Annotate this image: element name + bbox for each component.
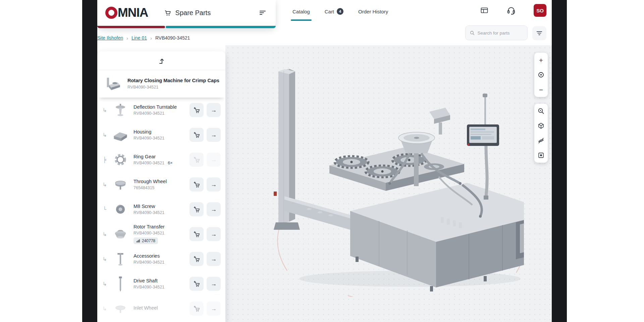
catalog-type-selector[interactable]: Spare Parts <box>164 9 211 17</box>
tab-catalog-label: Catalog <box>292 9 310 14</box>
selector-menu-icon[interactable] <box>258 8 267 17</box>
center-target-icon <box>537 71 545 78</box>
open-part-button[interactable]: → <box>207 153 221 167</box>
tree-branch-icon: ↳ <box>101 281 108 287</box>
part-row[interactable]: ↳ Through Wheel 765484315 → <box>97 172 225 197</box>
open-part-button[interactable]: → <box>207 227 221 241</box>
add-to-cart-button[interactable] <box>190 302 204 316</box>
open-part-button[interactable]: → <box>207 277 221 291</box>
navigate-up-button[interactable] <box>97 51 225 70</box>
part-name: Accessories <box>133 253 186 259</box>
add-to-cart-button[interactable] <box>190 103 204 117</box>
inspect-button[interactable] <box>534 104 548 118</box>
part-row[interactable]: ↳ Deflection Turntable RVB4090-34521 → <box>97 98 225 122</box>
section-box-button[interactable] <box>534 148 548 163</box>
open-part-button[interactable]: → <box>207 252 221 266</box>
part-row[interactable]: ↳ Accessories RVB4090-34521 → <box>97 247 225 271</box>
tab-catalog[interactable]: Catalog <box>292 8 310 16</box>
center-view-button[interactable] <box>534 67 548 82</box>
part-row[interactable]: ↳ Rotor Transfer RVB4090-34521 240778 <box>97 222 225 247</box>
tree-branch-icon: ↳ <box>101 107 108 113</box>
part-thumbnail <box>111 101 130 119</box>
tab-cart[interactable]: Cart 4 <box>325 8 343 16</box>
tablet-frame: + − <box>0 0 644 322</box>
add-to-cart-button[interactable] <box>190 277 204 291</box>
part-thumbnail <box>111 150 130 169</box>
parts-list: ↳ Deflection Turntable RVB4090-34521 → ↳ <box>97 98 225 322</box>
machine-3d-render[interactable] <box>249 65 524 297</box>
part-number: 765484315 <box>133 185 155 190</box>
part-name: M8 Screw <box>133 204 186 209</box>
user-avatar[interactable]: SO <box>534 4 546 17</box>
part-name: Ring Gear <box>133 154 186 159</box>
hide-parts-icon <box>537 137 545 144</box>
breadcrumb-link-line[interactable]: Line 01 <box>131 35 147 41</box>
part-thumbnail <box>111 274 130 293</box>
tree-branch-icon: ↳ <box>101 256 108 262</box>
part-row[interactable]: ↳ Inlet Wheel → <box>97 296 225 321</box>
omnia-logo: MNIA <box>105 6 148 20</box>
part-row[interactable]: ↳ Housing RVB4090-34521 → <box>97 122 225 147</box>
cube-view-icon <box>537 122 545 129</box>
cart-count-badge: 4 <box>337 8 343 15</box>
part-number: RVB4090-34521 <box>133 231 164 235</box>
part-number: RVB4090-34521 <box>133 136 164 141</box>
breadcrumb-link-site[interactable]: Site Ilshofen <box>97 35 123 41</box>
arrow-right-icon: → <box>211 231 217 237</box>
add-to-cart-button[interactable] <box>190 128 204 142</box>
part-thumbnail <box>111 250 130 268</box>
workspace-button[interactable] <box>480 6 489 15</box>
arrow-right-icon: → <box>211 306 217 312</box>
part-number: RVB4090-34521 <box>133 210 164 215</box>
zoom-out-button[interactable]: − <box>534 82 548 97</box>
add-to-cart-button[interactable] <box>190 227 204 241</box>
parent-assembly-row[interactable]: Rotary Closing Machine for Crimp Caps RV… <box>97 70 225 98</box>
load-progress-bar <box>97 26 276 28</box>
tree-branch-icon: ↳ <box>101 306 108 312</box>
open-part-button[interactable]: → <box>207 103 221 117</box>
open-part-button[interactable]: → <box>207 302 221 316</box>
part-number: RVB4090-34521 <box>133 260 164 265</box>
add-to-cart-icon <box>193 206 200 213</box>
page-margin-right <box>567 0 644 322</box>
part-row[interactable]: ╞ Ring Gear RVB4090-34521 6× → <box>97 147 225 172</box>
tab-cart-label: Cart <box>325 9 334 14</box>
part-row[interactable]: └ M8 Screw RVB4090-34521 → <box>97 197 225 222</box>
add-to-cart-button[interactable] <box>190 252 204 266</box>
tab-order-history[interactable]: Order History <box>358 8 388 16</box>
tree-branch-icon: └ <box>101 206 108 213</box>
cube-view-button[interactable] <box>534 118 548 133</box>
header-actions: SO <box>480 4 546 17</box>
part-thumbnail <box>111 225 130 244</box>
part-thumbnail <box>111 200 130 219</box>
add-to-cart-icon <box>193 231 200 238</box>
add-to-cart-icon <box>193 107 200 114</box>
add-to-cart-icon <box>193 131 200 139</box>
progress-segment-teal <box>166 26 276 28</box>
3d-viewport[interactable]: + − <box>225 45 552 322</box>
zoom-in-icon: + <box>539 57 543 64</box>
part-number: RVB4090-34521 <box>133 161 164 165</box>
add-to-cart-button[interactable] <box>190 153 204 167</box>
add-to-cart-button[interactable] <box>190 202 204 216</box>
workspace-icon <box>480 6 489 15</box>
filter-button[interactable] <box>532 26 546 40</box>
cart-icon <box>164 9 172 17</box>
parts-search <box>465 25 528 40</box>
part-thumbnail <box>111 175 130 194</box>
brand-machine-card: MNIA Spare Parts <box>97 0 276 28</box>
add-to-cart-button[interactable] <box>190 177 204 192</box>
arrow-right-icon: → <box>211 256 217 262</box>
breadcrumb: Site Ilshofen › Line 01 › RVB4090-34521 <box>97 34 190 42</box>
search-input[interactable] <box>477 31 523 36</box>
open-part-button[interactable]: → <box>207 177 221 192</box>
zoom-in-button[interactable]: + <box>534 53 548 67</box>
part-thumbnail <box>111 299 130 318</box>
part-row[interactable]: ↳ Drive Shaft RVB4090-34521 → <box>97 271 225 296</box>
hide-parts-button[interactable] <box>534 133 548 148</box>
support-button[interactable] <box>506 5 516 15</box>
arrow-right-icon: → <box>211 107 217 113</box>
open-part-button[interactable]: → <box>207 202 221 216</box>
support-headset-icon <box>506 5 516 15</box>
open-part-button[interactable]: → <box>207 128 221 142</box>
